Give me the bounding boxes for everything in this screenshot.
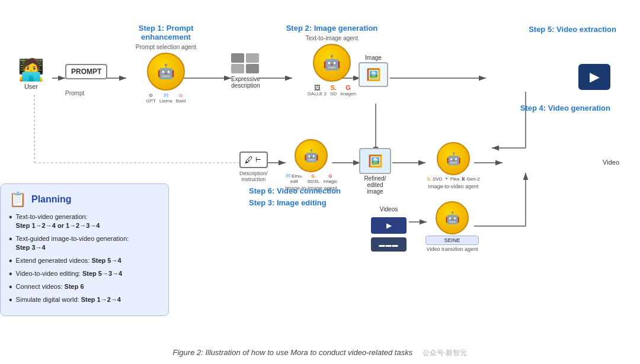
bullet-1: • — [9, 212, 12, 222]
step4-agent-section: 🤖 S. SVD ⚬ Pika 𝐑 Gen-2 Image-to-video a… — [427, 142, 480, 189]
model-imagen: G Imagen — [340, 84, 356, 96]
image-tag: Image — [359, 54, 388, 61]
step4-models: S. SVD ⚬ Pika 𝐑 Gen-2 — [427, 176, 480, 182]
step2-agent-icon: 🤖 — [313, 44, 351, 82]
pika-label: Pika — [450, 176, 460, 182]
video-label-text: Video — [603, 159, 619, 166]
desc-instruction-section: 🖊 ⊢ Description/instruction — [239, 152, 268, 182]
step1-section: Step 1: Prompt enhancement Prompt select… — [119, 24, 213, 104]
planning-box: 📋 Planning • Text-to-video generation: S… — [0, 183, 169, 316]
user-icon: 🧑‍💻 — [18, 59, 44, 80]
step2-subtitle: Text-to-image agent — [284, 35, 379, 41]
caption-text: Figure 2: Illustration of how to use Mor… — [173, 348, 413, 357]
model-dalle2: 🖼 DALLE 2 — [308, 84, 327, 96]
planning-text-3: Extend generated videos: Step 5→4 — [16, 256, 121, 265]
videos-input-section: Videos ▶ ▬▬▬ — [371, 205, 407, 252]
video-output-section: ▶ — [578, 64, 610, 90]
planning-item-6: • Simulate digital world: Step 1→2→4 — [9, 295, 160, 305]
model-sd: S. SD — [330, 84, 337, 96]
llama-label: Llama — [159, 98, 172, 104]
text-icon: 🖊 — [245, 155, 253, 165]
prompt-box: PROMPT — [65, 64, 107, 79]
planning-title: Planning — [31, 194, 72, 205]
expressive-label: Expressivedescription — [231, 76, 260, 89]
refined-label: Refined/editedimage — [359, 175, 391, 195]
step5-title: Step 5: Video extraction — [529, 25, 616, 34]
step4-subtitle: Image-to-video agent — [427, 183, 480, 189]
imagen-label: Imagen — [340, 91, 356, 96]
prompt-label: Prompt — [65, 90, 84, 96]
llama-icon: 𝕄 — [164, 93, 168, 98]
sd-icon: S. — [330, 84, 336, 91]
model-pika: ⚬ Pika — [444, 176, 459, 182]
bard-icon: G — [179, 93, 183, 98]
bard-label: Bard — [176, 98, 186, 104]
bullet-3: • — [9, 256, 12, 266]
planning-item-1: • Text-to-video generation: Step 1→2→4 o… — [9, 212, 160, 231]
pika-icon: ⚬ — [444, 176, 449, 182]
desc-cell-3 — [231, 64, 244, 73]
sdxl-icon: S. — [311, 173, 316, 179]
gen2-label: Gen-2 — [467, 176, 480, 182]
dalle-icon: 🖼 — [314, 84, 321, 91]
step4-agent-icon: 🤖 — [437, 142, 470, 175]
main-container: 🧑‍💻 User PROMPT Prompt Step 1: Prompt en… — [0, 0, 640, 364]
video-icon: ▶ — [578, 64, 610, 90]
step1-subtitle: Prompt selection agent — [119, 44, 213, 50]
step1-agent-icon: 🤖 — [147, 53, 185, 91]
videos-label: Videos — [380, 206, 398, 212]
model-llama: 𝕄 Llama — [159, 93, 172, 104]
planning-item-3: • Extend generated videos: Step 5→4 — [9, 256, 160, 266]
planning-text-5: Connect videos: Step 6 — [16, 282, 84, 291]
imagic-label: Imagic — [324, 179, 338, 184]
user-label: User — [24, 83, 38, 90]
step4-title: Step 4: Video generation — [520, 104, 610, 112]
planning-header: 📋 Planning — [9, 191, 160, 208]
desc-instruction-label: Description/instruction — [239, 170, 268, 182]
svd-label: SVD — [433, 176, 442, 182]
step1-title: Step 1: Prompt enhancement — [119, 24, 213, 41]
video-strip-1: ▶ — [371, 217, 407, 234]
planning-text-1: Text-to-video generation: Step 1→2→4 or … — [16, 212, 100, 231]
sd-label: SD — [330, 91, 337, 96]
image-output-section: Image 🖼️ — [359, 53, 388, 87]
seine-agent-section: 🤖 SEINE Video transition agent — [425, 201, 479, 252]
user-section: 🧑‍💻 User — [18, 59, 44, 90]
step6-subtitle: Video transition agent — [425, 246, 479, 252]
gen2-icon: 𝐑 — [462, 176, 465, 182]
step5-section: Step 5: Video extraction — [529, 25, 616, 34]
model-sdxl: S. SDXL — [306, 173, 321, 184]
model-gen2: 𝐑 Gen-2 — [462, 176, 479, 182]
step4-section: Step 4: Video generation — [520, 104, 610, 112]
step3-title-label: Step 3: Image editing — [249, 198, 327, 207]
gpt-icon: ⚙ — [149, 93, 153, 98]
model-gpt: ⚙ GPT — [146, 93, 155, 104]
seine-label: SEINE — [425, 236, 479, 245]
bullet-5: • — [9, 282, 12, 292]
figure-caption: Figure 2: Illustration of how to use Mor… — [0, 348, 640, 358]
planning-item-5: • Connect videos: Step 6 — [9, 282, 160, 292]
model-imagic: G Imagic — [323, 173, 338, 184]
sdxl-label: SDXL — [308, 179, 320, 184]
step3-agent-icon: 🤖 — [295, 139, 328, 172]
seine-agent-icon: 🤖 — [436, 201, 469, 234]
step2-title: Step 2: Image generation — [284, 24, 379, 33]
svd-icon: S. — [427, 176, 431, 182]
bullet-2: • — [9, 234, 12, 244]
planning-text-6: Simulate digital world: Step 1→2→4 — [16, 295, 121, 304]
step3-title: Step 3: Image editing — [249, 198, 327, 207]
imagic-icon: G — [328, 173, 332, 179]
step1-models: ⚙ GPT 𝕄 Llama G Bard — [119, 93, 213, 104]
instruction-icon: ⊢ — [255, 156, 261, 164]
desc-box: 🖊 ⊢ — [239, 152, 268, 168]
expressive-desc-box — [231, 53, 260, 73]
model-emuedit: 𝕄 Emu-edit — [284, 173, 304, 184]
refined-image-icon: 🖼️ — [359, 148, 391, 174]
video-film-strip: ▬▬▬ — [371, 237, 407, 252]
emuedit-label: Emu-edit — [290, 173, 303, 184]
desc-cell-4 — [246, 64, 259, 73]
planning-item-4: • Video-to-video editing: Step 5→3→4 — [9, 269, 160, 279]
image-icon: 🖼️ — [359, 62, 388, 87]
model-bard: G Bard — [176, 93, 186, 104]
refined-image-section: 🖼️ Refined/editedimage — [359, 148, 391, 195]
